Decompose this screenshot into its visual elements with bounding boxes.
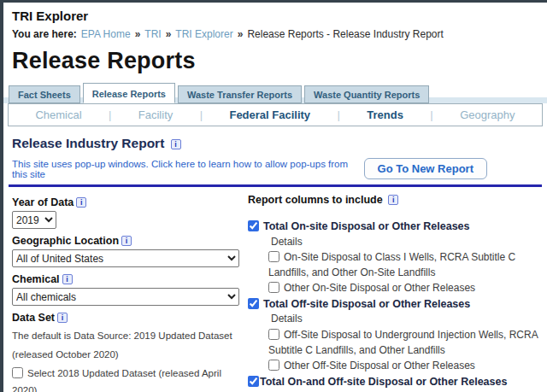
breadcrumb-link-epa-home[interactable]: EPA Home <box>81 28 131 40</box>
popup-note[interactable]: This site uses pop-up windows. Click her… <box>12 159 364 179</box>
dataset-2018-updated-label: Select 2018 Updated Dataset (released Ap… <box>12 368 221 392</box>
geographic-location-label-text: Geographic Location <box>12 235 119 247</box>
offsite-underground-injection-checkbox[interactable] <box>268 329 279 340</box>
onsite-class1-wells-checkbox[interactable] <box>268 251 279 262</box>
details-label: Details <box>271 312 547 326</box>
report-columns-panel: Report columns to include i Total On-sit… <box>248 194 547 392</box>
total-on-and-offsite-checkbox[interactable] <box>248 376 259 387</box>
main-content: Year of Datai 2019 Geographic Locationi … <box>3 194 547 392</box>
dataset-2018-updated-checkbox[interactable] <box>12 367 23 378</box>
divider-rule <box>9 184 542 187</box>
tab-waste-quantity-reports[interactable]: Waste Quantity Reports <box>304 85 429 103</box>
info-icon[interactable]: i <box>76 197 86 208</box>
other-onsite-disposal-label: Other On-Site Disposal or Other Releases <box>284 282 475 294</box>
total-onsite-label: Total On-site Disposal or Other Releases <box>263 220 470 232</box>
info-icon[interactable]: i <box>57 313 68 323</box>
tab-waste-transfer-reports[interactable]: Waste Transfer Reports <box>178 85 302 103</box>
subnav-divider: | <box>338 108 340 121</box>
breadcrumb-separator: » <box>166 28 172 40</box>
total-on-and-offsite-label: Total On-and Off-site Disposal or Other … <box>260 376 507 388</box>
dataset-2018-updated-checkbox-row[interactable]: Select 2018 Updated Dataset (released Ap… <box>12 365 244 392</box>
other-onsite-disposal-row[interactable]: Other On-Site Disposal or Other Releases <box>268 280 547 295</box>
breadcrumb-current: Release Reports - Release Industry Repor… <box>247 28 443 40</box>
page-title: Release Reports <box>12 48 547 74</box>
breadcrumb-prefix: You are here: <box>12 28 77 40</box>
offsite-underground-injection-row[interactable]: Off-Site Disposal to Underground Injecti… <box>268 327 547 358</box>
info-icon[interactable]: i <box>121 236 132 246</box>
offsite-underground-injection-label: Off-Site Disposal to Underground Injecti… <box>268 329 538 356</box>
breadcrumb-link-tri[interactable]: TRI <box>144 28 161 40</box>
info-icon[interactable]: i <box>171 139 181 149</box>
total-offsite-group-row[interactable]: Total Off-site Disposal or Other Release… <box>248 297 547 313</box>
info-icon[interactable]: i <box>388 195 398 205</box>
subnav-item-chemical[interactable]: Chemical <box>35 108 81 121</box>
chemical-label: Chemicali <box>12 273 248 285</box>
subnav-item-federal-facility[interactable]: Federal Facility <box>229 108 310 121</box>
subnav-item-geography[interactable]: Geography <box>460 108 515 121</box>
details-label: Details <box>271 235 547 249</box>
popup-note-row: This site uses pop-up windows. Click her… <box>12 158 487 179</box>
data-set-label: Data Seti <box>12 312 248 324</box>
subnav-divider: | <box>200 108 203 121</box>
chemical-select[interactable]: All chemicals <box>12 288 239 306</box>
report-columns-heading: Report columns to include i <box>248 194 547 206</box>
year-of-data-label: Year of Datai <box>12 196 248 208</box>
data-set-label-text: Data Set <box>12 312 55 324</box>
report-title: Release Industry Report i <box>12 136 547 151</box>
breadcrumb-separator: » <box>135 28 141 40</box>
geographic-location-label: Geographic Locationi <box>12 235 248 247</box>
total-onsite-checkbox[interactable] <box>248 220 259 231</box>
chemical-label-text: Chemical <box>12 273 60 285</box>
other-offsite-disposal-row[interactable]: Other Off-Site Disposal or Other Release… <box>268 358 547 373</box>
subnav-divider: | <box>430 108 432 121</box>
info-icon[interactable]: i <box>62 274 73 284</box>
breadcrumb-separator: » <box>238 28 244 40</box>
subnav: Chemical | Facility | Federal Facility |… <box>8 103 543 126</box>
year-select[interactable]: 2019 <box>12 211 56 229</box>
other-offsite-disposal-checkbox[interactable] <box>268 360 279 371</box>
tab-release-reports[interactable]: Release Reports <box>83 83 175 103</box>
total-onsite-group-row[interactable]: Total On-site Disposal or Other Releases <box>248 219 547 235</box>
tab-fact-sheets[interactable]: Fact Sheets <box>9 85 80 103</box>
report-columns-heading-text: Report columns to include <box>248 194 383 206</box>
tab-bar: Fact Sheets Release Reports Waste Transf… <box>3 83 547 103</box>
onsite-class1-wells-label: On-Site Disposal to Class I Wells, RCRA … <box>268 251 515 278</box>
total-offsite-label: Total Off-site Disposal or Other Release… <box>263 298 470 310</box>
total-offsite-checkbox[interactable] <box>248 298 259 309</box>
other-offsite-disposal-label: Other Off-Site Disposal or Other Release… <box>284 360 475 372</box>
geographic-location-select[interactable]: All of United States <box>12 249 239 267</box>
query-form: Year of Datai 2019 Geographic Locationi … <box>12 194 248 392</box>
page: TRI Explorer You are here: EPA Home » TR… <box>0 0 547 392</box>
other-onsite-disposal-checkbox[interactable] <box>268 282 279 293</box>
breadcrumb: You are here: EPA Home » TRI » TRI Explo… <box>12 28 547 40</box>
data-set-default-note: The default is Data Source: 2019 Updated… <box>12 326 243 365</box>
total-on-and-offsite-group-row[interactable]: Total On-and Off-site Disposal or Other … <box>248 375 547 390</box>
subnav-item-facility[interactable]: Facility <box>138 108 173 121</box>
app-title: TRI Explorer <box>12 9 547 23</box>
subnav-divider: | <box>109 108 111 121</box>
onsite-class1-wells-row[interactable]: On-Site Disposal to Class I Wells, RCRA … <box>268 249 547 280</box>
subnav-item-trends[interactable]: Trends <box>367 108 403 121</box>
report-title-text: Release Industry Report <box>12 136 164 150</box>
year-of-data-label-text: Year of Data <box>12 196 74 208</box>
go-to-new-report-button[interactable]: Go To New Report <box>364 158 487 179</box>
breadcrumb-link-tri-explorer[interactable]: TRI Explorer <box>175 28 232 40</box>
